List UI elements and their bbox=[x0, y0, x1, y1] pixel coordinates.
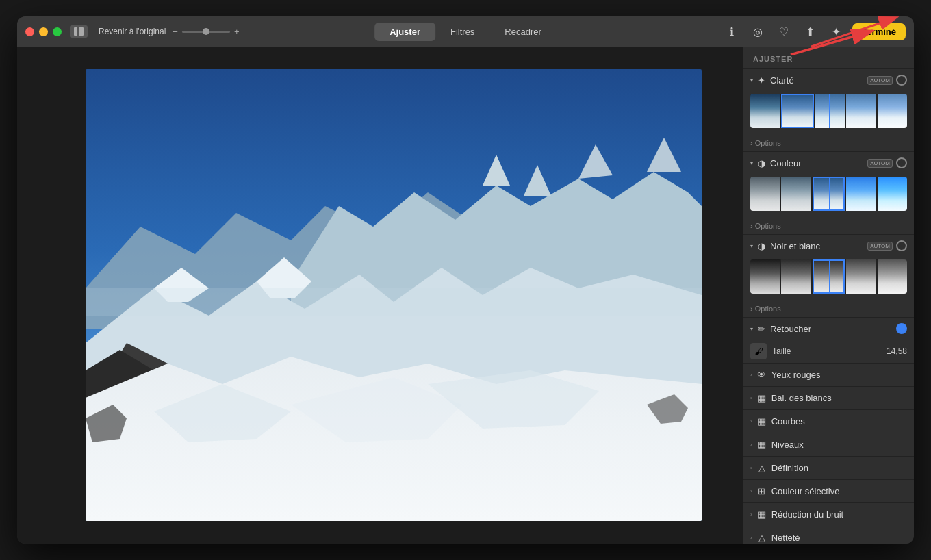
retoucher-row: 🖌 Taille 14,58 bbox=[743, 340, 914, 363]
svg-rect-0 bbox=[74, 27, 77, 36]
couleur-controls: AUTOM bbox=[867, 157, 907, 168]
brush-icon: 🖌 bbox=[750, 343, 767, 359]
couleur-chevron: ▾ bbox=[750, 160, 753, 166]
courbes-icon: ▦ bbox=[756, 416, 767, 427]
clarte-circle-btn[interactable] bbox=[896, 75, 907, 86]
noir-blanc-thumb-1 bbox=[750, 259, 780, 294]
couleur-icon: ◑ bbox=[758, 158, 765, 168]
couleur-options[interactable]: Options bbox=[743, 216, 914, 234]
main-content: AJUSTER ▾ ✦ Clarté AUTOM bbox=[17, 47, 914, 544]
reduction-bruit-icon: ▦ bbox=[756, 509, 767, 520]
definition-label: Définition bbox=[771, 463, 808, 473]
noir-blanc-circle-btn[interactable] bbox=[896, 240, 907, 251]
couleur-thumb-2 bbox=[781, 177, 811, 211]
retouch-taille-label: Taille bbox=[772, 346, 881, 356]
clarte-section: ▾ ✦ Clarté AUTOM bbox=[743, 69, 914, 152]
bal-blancs-icon: ▦ bbox=[756, 393, 767, 403]
nettete-icon: △ bbox=[756, 533, 767, 543]
courbes-chevron: › bbox=[750, 418, 752, 424]
clarte-body bbox=[743, 91, 914, 133]
clarte-options[interactable]: Options bbox=[743, 133, 914, 151]
retouch-taille-value: 14,58 bbox=[887, 346, 907, 356]
clarte-thumb-2 bbox=[781, 94, 813, 128]
zoom-slider[interactable] bbox=[182, 31, 230, 33]
definition-section[interactable]: › △ Définition bbox=[743, 457, 914, 480]
tab-filtres[interactable]: Filtres bbox=[435, 23, 489, 41]
noir-blanc-header[interactable]: ▾ ◑ Noir et blanc AUTOM bbox=[743, 235, 914, 257]
clarte-auto-badge[interactable]: AUTOM bbox=[867, 76, 893, 85]
minimize-button[interactable] bbox=[39, 27, 48, 36]
share-button[interactable]: ⬆ bbox=[800, 22, 819, 41]
retoucher-chevron: ▾ bbox=[750, 326, 753, 332]
tab-recadrer[interactable]: Recadrer bbox=[489, 23, 556, 41]
couleur-body bbox=[743, 174, 914, 216]
noir-blanc-thumb-strip[interactable] bbox=[750, 259, 907, 294]
retoucher-icon: ✏ bbox=[758, 324, 765, 334]
clarte-header[interactable]: ▾ ✦ Clarté AUTOM bbox=[743, 69, 914, 91]
nettete-section[interactable]: › △ Netteté bbox=[743, 526, 914, 544]
clarte-chevron: ▾ bbox=[750, 77, 753, 84]
reduction-bruit-section[interactable]: › ▦ Réduction du bruit bbox=[743, 503, 914, 526]
retoucher-label: Retoucher bbox=[770, 324, 893, 334]
app-window: Revenir à l'original − + Ajuster Filtres… bbox=[17, 16, 914, 544]
bal-blancs-chevron: › bbox=[750, 395, 752, 401]
yeux-rouges-icon: 👁 bbox=[756, 370, 767, 380]
nettete-chevron: › bbox=[750, 535, 752, 541]
clarte-thumb-strip[interactable] bbox=[750, 94, 907, 128]
noir-blanc-controls: AUTOM bbox=[867, 240, 907, 251]
done-button[interactable]: Terminé bbox=[852, 23, 906, 40]
compare-button[interactable]: ◎ bbox=[748, 22, 767, 41]
revert-original-button[interactable]: Revenir à l'original bbox=[99, 27, 166, 36]
courbes-section[interactable]: › ▦ Courbes bbox=[743, 410, 914, 433]
panel-scroll[interactable]: ▾ ✦ Clarté AUTOM bbox=[743, 69, 914, 544]
sidebar-toggle-button[interactable] bbox=[70, 25, 88, 38]
couleur-thumb-4 bbox=[846, 177, 876, 211]
nav-tabs: Ajuster Filtres Recadrer bbox=[374, 23, 557, 41]
clarte-thumb-1 bbox=[750, 94, 780, 128]
clarte-label: Clarté bbox=[770, 75, 864, 86]
clarte-icon: ✦ bbox=[758, 75, 765, 86]
fullscreen-button[interactable] bbox=[53, 27, 62, 36]
tab-ajuster[interactable]: Ajuster bbox=[374, 23, 435, 41]
niveaux-chevron: › bbox=[750, 442, 752, 448]
clarte-options-label[interactable]: Options bbox=[750, 139, 781, 147]
noir-blanc-auto-badge[interactable]: AUTOM bbox=[867, 242, 893, 251]
noir-blanc-options-label[interactable]: Options bbox=[750, 305, 781, 313]
titlebar: Revenir à l'original − + Ajuster Filtres… bbox=[17, 16, 914, 47]
svg-rect-1 bbox=[79, 27, 84, 36]
favorite-button[interactable]: ♡ bbox=[774, 22, 793, 41]
couleur-circle-btn[interactable] bbox=[896, 157, 907, 168]
traffic-lights bbox=[25, 27, 62, 36]
info-button[interactable]: ℹ bbox=[722, 22, 741, 41]
couleur-selective-section[interactable]: › ⊞ Couleur sélective bbox=[743, 480, 914, 503]
couleur-selective-label: Couleur sélective bbox=[771, 486, 840, 496]
retoucher-circle-btn[interactable] bbox=[896, 323, 907, 334]
noir-blanc-thumb-2 bbox=[781, 259, 811, 294]
yeux-rouges-section[interactable]: › 👁 Yeux rouges bbox=[743, 364, 914, 387]
noir-blanc-options[interactable]: Options bbox=[743, 299, 914, 317]
sparkle-button[interactable]: ✦ bbox=[826, 22, 845, 41]
retoucher-header[interactable]: ▾ ✏ Retoucher bbox=[743, 318, 914, 340]
retoucher-controls bbox=[896, 323, 907, 334]
courbes-label: Courbes bbox=[771, 416, 805, 427]
niveaux-icon: ▦ bbox=[756, 440, 767, 450]
noir-blanc-icon: ◑ bbox=[758, 241, 765, 251]
couleur-options-label[interactable]: Options bbox=[750, 222, 781, 230]
yeux-rouges-label: Yeux rouges bbox=[771, 370, 821, 380]
reduction-bruit-label: Réduction du bruit bbox=[771, 509, 844, 520]
definition-icon: △ bbox=[756, 463, 767, 473]
niveaux-section[interactable]: › ▦ Niveaux bbox=[743, 433, 914, 457]
couleur-selective-icon: ⊞ bbox=[756, 486, 767, 496]
noir-blanc-body bbox=[743, 257, 914, 299]
bal-blancs-section[interactable]: › ▦ Bal. des blancs bbox=[743, 387, 914, 410]
couleur-selective-chevron: › bbox=[750, 488, 752, 494]
definition-chevron: › bbox=[750, 465, 752, 471]
couleur-thumb-strip[interactable] bbox=[750, 177, 907, 211]
noir-blanc-thumb-divider bbox=[829, 259, 830, 294]
noir-blanc-thumb-4 bbox=[846, 259, 876, 294]
close-button[interactable] bbox=[25, 27, 34, 36]
couleur-header[interactable]: ▾ ◑ Couleur AUTOM bbox=[743, 152, 914, 174]
clarte-thumb-4 bbox=[846, 94, 876, 128]
couleur-auto-badge[interactable]: AUTOM bbox=[867, 159, 893, 168]
window-controls bbox=[70, 25, 88, 38]
